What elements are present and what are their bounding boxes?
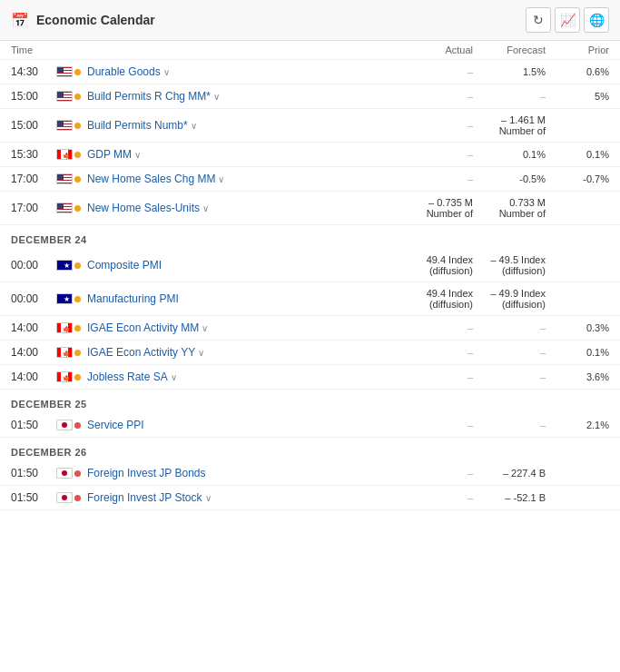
flag-ca: 🍁 [56,149,73,160]
actual-cell: – [400,322,473,333]
chevron-down-icon: ∨ [202,203,209,213]
forecast-cell: – [473,322,546,333]
table-row[interactable]: 17:00New Home Sales-Units ∨– 0.735 M Num… [0,192,620,225]
time-cell: 15:00 [11,119,56,132]
flag-cell: 🍁 [56,347,74,358]
forecast-cell: 0.1% [473,149,546,160]
forecast-cell: – -52.1 B [473,492,546,503]
orange-dot [74,296,81,302]
main-content: 14:30Durable Goods ∨–1.5%0.6%15:00Build … [0,60,620,510]
event-name: New Home Sales Chg MM [87,173,215,185]
event-name: IGAE Econ Activity YY [87,346,195,359]
table-row[interactable]: 00:00Manufacturing PMI49.4 Index (diffus… [0,282,620,316]
table-row[interactable]: 00:00Composite PMI49.4 Index (diffusion)… [0,249,620,282]
column-headers: Time Actual Forecast Prior [0,41,620,60]
time-cell: 14:00 [11,321,56,334]
table-row[interactable]: 15:00Build Permits Numb* ∨–– 1.461 M Num… [0,109,620,143]
flag-au [56,293,73,304]
flag-us [56,173,73,184]
col-header-time: Time [11,44,56,55]
red-dot [74,422,81,429]
actual-cell: – [400,468,473,479]
orange-dot [74,374,81,380]
orange-dot [74,205,81,212]
event-name-cell[interactable]: Jobless Rate SA ∨ [87,371,400,383]
globe-button[interactable]: 🌐 [584,7,609,33]
dot-cell [74,69,87,75]
event-name: Jobless Rate SA [87,371,168,383]
orange-dot [74,325,81,331]
flag-ca: 🍁 [56,371,73,382]
event-name: Service PPI [87,419,144,431]
refresh-icon: ↻ [533,13,544,27]
time-cell: 01:50 [11,467,56,479]
event-name-cell[interactable]: Manufacturing PMI [87,292,400,305]
forecast-cell: – 227.4 B [473,468,546,479]
table-row[interactable]: 14:00🍁IGAE Econ Activity YY ∨––0.1% [0,341,620,365]
forecast-cell: – 49.9 Index (diffusion) [473,288,546,310]
prior-cell: 0.1% [546,149,609,160]
flag-cell [56,260,74,271]
dot-cell [74,350,87,356]
refresh-button[interactable]: ↻ [526,7,551,33]
actual-cell: – [400,492,473,503]
table-row[interactable]: 14:30Durable Goods ∨–1.5%0.6% [0,60,620,84]
dot-cell [74,296,87,302]
actual-cell: – [400,149,473,160]
flag-ca: 🍁 [56,347,73,358]
table-row[interactable]: 01:50Service PPI––2.1% [0,413,620,438]
section-date-2: DECEMBER 25 [0,390,620,413]
chevron-down-icon: ∨ [163,67,170,77]
forecast-cell: 0.733 M Number of [473,197,546,219]
event-name-cell[interactable]: Build Permits Numb* ∨ [87,119,400,132]
event-name: Composite PMI [87,259,162,272]
event-name-cell[interactable]: Composite PMI [87,259,400,272]
orange-dot [74,123,81,129]
header-title: Economic Calendar [36,13,155,27]
flag-us [56,120,73,131]
event-name-cell[interactable]: Durable Goods ∨ [87,65,400,78]
event-name-cell[interactable]: GDP MM ∨ [87,148,400,161]
section-date-3: DECEMBER 26 [0,438,620,461]
time-cell: 15:00 [11,90,56,103]
section-date-1: DECEMBER 24 [0,225,620,249]
dot-cell [74,205,87,212]
event-name-cell[interactable]: Foreign Invest JP Stock ∨ [87,491,400,504]
event-name-cell[interactable]: IGAE Econ Activity YY ∨ [87,346,400,359]
event-name-cell[interactable]: IGAE Econ Activity MM ∨ [87,321,400,334]
table-row[interactable]: 15:30🍁GDP MM ∨–0.1%0.1% [0,143,620,167]
dot-cell [74,123,87,129]
table-row[interactable]: 14:00🍁IGAE Econ Activity MM ∨––0.3% [0,316,620,341]
forecast-cell: – 1.461 M Number of [473,114,546,136]
flag-cell [56,66,74,77]
chevron-down-icon: ∨ [213,92,220,102]
time-cell: 00:00 [11,259,56,272]
prior-cell: -0.7% [546,173,609,184]
event-name-cell[interactable]: Service PPI [87,419,400,431]
forecast-cell: 1.5% [473,66,546,77]
chart-button[interactable]: 📈 [555,7,580,33]
red-dot [74,470,81,477]
dot-cell [74,495,87,501]
table-row[interactable]: 14:00🍁Jobless Rate SA ∨––3.6% [0,365,620,390]
table-row[interactable]: 17:00New Home Sales Chg MM ∨–-0.5%-0.7% [0,167,620,192]
chevron-down-icon: ∨ [218,174,224,184]
dot-cell [74,176,87,183]
globe-icon: 🌐 [589,13,605,27]
event-name: IGAE Econ Activity MM [87,321,199,334]
prior-cell: 0.3% [546,322,609,333]
event-name-cell[interactable]: New Home Sales Chg MM ∨ [87,173,400,185]
event-name-cell[interactable]: Build Permits R Chg MM* ∨ [87,90,400,103]
event-name-cell[interactable]: New Home Sales-Units ∨ [87,202,400,214]
table-row[interactable]: 01:50Foreign Invest JP Bonds–– 227.4 B [0,461,620,486]
table-row[interactable]: 01:50Foreign Invest JP Stock ∨–– -52.1 B [0,486,620,510]
chevron-down-icon: ∨ [191,121,197,131]
event-name-cell[interactable]: Foreign Invest JP Bonds [87,467,400,479]
flag-cell: 🍁 [56,322,74,333]
calendar-icon: 📅 [11,12,29,29]
time-cell: 14:30 [11,65,56,78]
table-row[interactable]: 15:00Build Permits R Chg MM* ∨––5% [0,84,620,109]
orange-dot [74,152,81,158]
actual-cell: – 0.735 M Number of [400,197,473,219]
chevron-down-icon: ∨ [134,150,141,160]
